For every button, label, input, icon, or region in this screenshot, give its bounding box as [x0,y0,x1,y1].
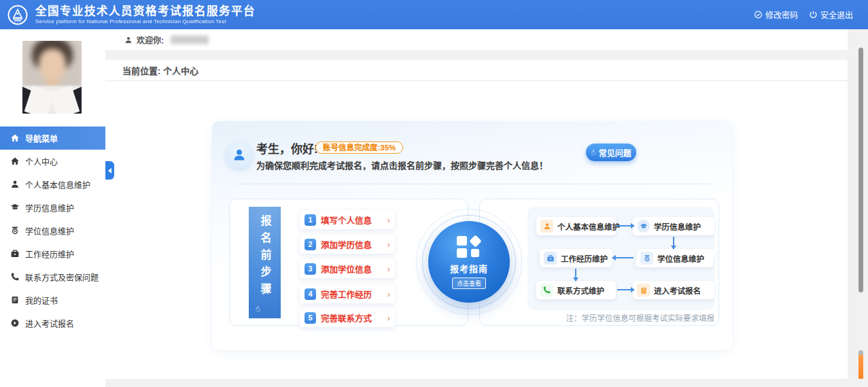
profile-photo [22,41,82,114]
guide-title: 报考指南 [450,262,488,275]
step-label: 填写个人信息 [321,214,372,226]
arrow-right-icon [617,289,631,290]
header-actions: 修改密码 安全退出 [754,0,853,29]
bottom-divider [105,379,868,387]
sidebar: 导航菜单 个人中心 个人基本信息维护 学历信息维护 学位信息维护 工作经历维护 [0,29,105,387]
instruction-text: 为确保您顺利完成考试报名，请点击报名前步骤，按照步骤完善个人信息！ [256,158,548,171]
exam-guide-button[interactable]: 报考指南 点击查看 [428,221,510,303]
step-complete-contact-info[interactable]: 5 完善联系方式 › [300,308,395,327]
phone-icon [540,284,553,297]
step-add-education-info[interactable]: 2 添加学历信息 › [300,235,395,254]
app-header: 全国专业技术人员资格考试报名服务平台 Service platform for … [0,0,868,29]
welcome-bar: 欢迎你: [105,29,848,51]
sidebar-item-nav-menu[interactable]: 导航菜单 [0,127,105,150]
breadcrumb-label: 当前位置: 个人中心 [122,64,198,77]
step-complete-work-history[interactable]: 4 完善工作经历 › [300,284,395,303]
welcome-label: 欢迎你: [137,34,164,46]
sidebar-item-degree-info[interactable]: 学位信息维护 [0,219,105,242]
step-label: 完善联系方式 [321,312,372,324]
medal-icon [640,252,653,265]
step-number: 4 [305,288,316,300]
breadcrumb: 当前位置: 个人中心 [105,60,848,81]
page-subtitle: Service platform for National Profession… [35,18,256,24]
sidebar-item-label: 个人中心 [25,156,58,167]
power-icon [809,10,818,19]
sidebar-item-contact-security[interactable]: 联系方式及密保问题 [0,265,105,288]
briefcase-icon [544,252,557,265]
card-divider [235,184,710,184]
divider-band [105,51,848,60]
step-add-degree-info[interactable]: 3 添加学位信息 › [300,259,395,278]
graduation-cap-icon [10,203,20,212]
sidebar-item-label: 我的证书 [25,295,58,306]
logout-button[interactable]: 安全退出 [809,9,853,20]
sidebar-item-label: 导航菜单 [25,133,58,144]
edit-password-icon [754,10,763,19]
step-label: 添加学历信息 [321,238,372,251]
phone-icon [10,272,20,282]
scrollbar-thumb[interactable] [858,48,863,292]
sidebar-item-enter-exam-registration[interactable]: 进入考试报名 [0,312,105,335]
change-password-label: 修改密码 [765,9,798,20]
sidebar-item-label: 进入考试报名 [25,318,74,329]
certificate-icon [10,295,20,305]
page-title: 全国专业技术人员资格考试报名服务平台 [35,5,256,18]
enter-circle-icon [10,318,20,328]
hand-pointer-icon: ☝ [589,148,597,157]
sidebar-item-label: 个人基本信息维护 [25,179,90,190]
personal-center-card: 考生，你好! 账号信息完成度:35% 为确保您顺利完成考试报名，请点击报名前步骤… [212,121,732,350]
sidebar-item-label: 工作经历维护 [25,248,74,260]
step-label: 完善工作经历 [321,288,372,301]
clipboard-icon [637,284,650,297]
sidebar-item-my-certificates[interactable]: 我的证书 [0,288,105,312]
change-password-button[interactable]: 修改密码 [754,9,798,20]
flow-node-label: 工作经历维护 [561,253,608,264]
arrow-right-icon [617,225,631,226]
sidebar-menu: 导航菜单 个人中心 个人基本信息维护 学历信息维护 学位信息维护 工作经历维护 [0,127,105,335]
banner-label: 报名前步骤 [257,215,273,300]
sidebar-item-label: 学历信息维护 [25,202,74,214]
chevron-right-icon: › [387,264,390,274]
home-icon [10,133,20,143]
sidebar-item-personal-center[interactable]: 个人中心 [0,150,105,173]
faq-button[interactable]: ☝ 常见问题 [586,144,636,161]
flow-node-enter-exam-registration[interactable]: 进入考试报名 [633,281,714,299]
flow-node-basic-info[interactable]: 个人基本信息维护 [536,217,616,235]
user-icon [540,220,553,233]
pre-registration-banner: 报名前步骤 ☝ [249,207,281,318]
scrollbar-track [848,29,868,387]
sidebar-item-label: 联系方式及密保问题 [25,271,99,283]
medal-icon [10,226,20,235]
flow-node-label: 学位信息维护 [657,253,704,264]
chevron-right-icon: › [387,239,390,250]
grid-icon [457,235,481,258]
arrow-down-icon [673,237,674,246]
chevron-left-icon [108,168,111,173]
step-number: 5 [305,312,316,324]
sidebar-item-work-history[interactable]: 工作经历维护 [0,242,105,265]
chevron-right-icon: › [387,313,390,323]
sidebar-item-label: 学位信息维护 [25,225,74,237]
flow-node-degree-info[interactable]: 学位信息维护 [635,249,716,267]
sidebar-collapse-handle[interactable] [105,161,114,180]
flow-node-education-info[interactable]: 学历信息维护 [633,217,714,235]
step-number: 1 [305,214,316,226]
guide-click-badge: 点击查看 [452,277,486,289]
step-number: 3 [305,263,316,275]
step-label: 添加学位信息 [321,263,372,275]
home-icon [10,156,20,166]
user-icon [10,180,20,189]
flow-node-work-history[interactable]: 工作经历维护 [540,249,612,267]
step-number: 2 [305,239,316,250]
page: 全国专业技术人员资格考试报名服务平台 Service platform for … [0,0,868,387]
sidebar-item-basic-info[interactable]: 个人基本信息维护 [0,173,105,196]
completion-badge: 账号信息完成度:35% [315,141,403,154]
redacted-user-name [171,35,209,44]
hand-pointer-icon: ☝ [254,303,261,314]
flow-node-label: 联系方式维护 [557,285,604,296]
flow-node-contact-info[interactable]: 联系方式维护 [536,281,616,299]
logout-label: 安全退出 [820,9,853,20]
step-fill-personal-info[interactable]: 1 填写个人信息 › [300,210,395,229]
sidebar-item-education-info[interactable]: 学历信息维护 [0,196,105,219]
chevron-right-icon: › [387,289,390,299]
